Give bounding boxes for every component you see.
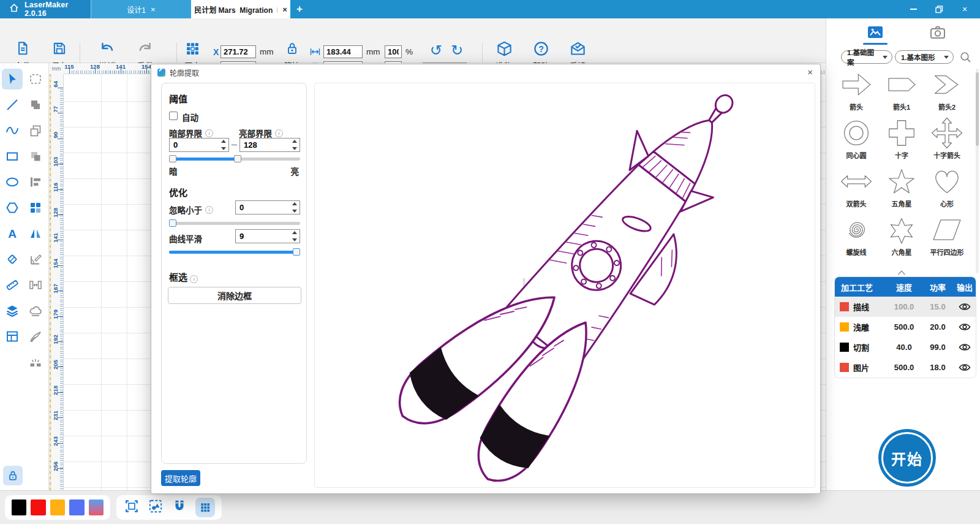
ellipse-tool[interactable] [2,172,23,192]
shape-item-concentric[interactable]: 同心圆 [834,116,879,164]
ignore-smaller-input[interactable] [236,201,300,214]
bright-limit-stepper[interactable] [239,138,300,152]
layer-color-swatch[interactable] [840,343,849,352]
layout-tool[interactable] [2,326,23,347]
break-apart-tool[interactable] [25,352,46,373]
rotate-cw-icon[interactable]: ↻ [451,43,463,58]
shapes-scrollbar[interactable] [976,69,979,273]
remove-border-button[interactable]: 消除边框 [168,287,301,304]
tab-close-icon[interactable]: × [282,6,287,13]
color-swatch-gradient[interactable] [89,499,104,515]
shape-item-arrow2[interactable]: 箭头2 [924,67,970,116]
align-tool[interactable] [25,172,46,192]
category-dropdown-shape[interactable]: 1.基本图形 [895,50,954,64]
tab-camera-capture[interactable] [929,25,946,42]
dialog-header[interactable]: 轮廓提取 × [151,64,820,80]
app-home[interactable]: LaserMaker 2.0.16 [0,0,91,18]
extract-contour-button[interactable]: 提取轮廓 [161,470,200,486]
text-tool[interactable]: A [2,223,23,244]
color-swatch-orange[interactable] [50,499,65,515]
curve-tool[interactable] [2,120,23,141]
color-swatch-black[interactable] [12,499,26,515]
shape-item-cross-arrows[interactable]: 十字箭头 [924,116,970,164]
layer-color-swatch[interactable] [840,322,849,332]
curve-smooth-slider[interactable] [169,251,300,254]
minimize-button[interactable] [903,0,924,18]
eraser-tool[interactable] [2,249,23,270]
process-row-1[interactable]: 浅雕 500.0 20.0 [835,317,976,337]
line-tool[interactable] [2,94,23,115]
dark-limit-stepper[interactable] [169,138,229,152]
frame-view-button[interactable] [124,498,140,517]
auto-checkbox[interactable] [169,112,178,120]
marquee-select-tool[interactable] [25,69,46,89]
curve-smooth-stepper[interactable] [235,229,300,243]
magnet-snap-button[interactable] [172,498,187,517]
polygon-tool[interactable] [2,197,23,218]
tab-image-library[interactable] [867,25,884,42]
slider-handle[interactable] [293,248,300,256]
subtract-tool[interactable] [25,146,46,167]
union-tool[interactable] [25,94,46,115]
layer-color-swatch[interactable] [840,302,849,311]
weld-tool[interactable] [25,300,46,321]
width-percent-input[interactable] [385,45,402,58]
process-row-3[interactable]: 图片 500.0 18.0 [835,357,976,378]
tab-design1[interactable]: 设计1 × [91,0,191,18]
color-swatch-red[interactable] [31,499,45,515]
spinner-arrows-icon[interactable] [291,231,298,241]
visibility-eye-icon[interactable] [954,322,976,332]
layer-color-swatch[interactable] [840,363,849,372]
measure-angle-tool[interactable] [25,249,46,270]
fit-selection-button[interactable] [148,498,164,517]
dialog-close-icon[interactable]: × [807,67,813,77]
grid-toggle-button[interactable] [195,498,215,517]
shape-item-spiral[interactable]: 螺旋线 [834,213,879,261]
width-input[interactable] [323,45,363,58]
start-button[interactable]: 开始 [878,429,936,487]
shape-item-arc[interactable] [834,261,879,275]
group-tool[interactable] [25,197,46,218]
shape-item-double-arrow[interactable]: 双箭头 [834,164,879,213]
shape-item-parallelogram[interactable]: 平行四边形 [924,213,970,261]
shape-item-star6[interactable]: 六角星 [879,213,924,261]
pen-tool[interactable] [25,326,46,347]
slider-handle-dark[interactable] [169,155,176,162]
process-row-0[interactable]: 描线 100.0 15.0 [835,297,976,317]
spinner-arrows-icon[interactable] [291,202,298,213]
ignore-smaller-slider[interactable] [169,222,300,225]
lock-canvas-button[interactable] [3,466,23,485]
tape-measure-tool[interactable] [2,275,23,295]
shape-item-arrow1[interactable]: 箭头1 [879,67,924,116]
slider-handle-bright[interactable] [234,155,241,162]
shape-item-cross[interactable]: 十字 [879,116,924,164]
shape-item-star5[interactable]: 五角星 [879,164,924,213]
visibility-eye-icon[interactable] [954,343,976,352]
tab-mars-project[interactable]: 民计划 Mars Migration Program × [191,0,290,18]
rotate-ccw-icon[interactable]: ↺ [430,43,442,58]
threshold-range-slider[interactable] [169,158,300,161]
slider-handle[interactable] [169,219,176,227]
shape-item-angle[interactable] [879,261,924,275]
color-swatch-blue[interactable] [69,499,84,515]
category-dropdown-pattern[interactable]: 1.基础图案 [841,50,892,64]
visibility-eye-icon[interactable] [954,363,976,372]
select-tool[interactable] [2,69,23,89]
distribute-tool[interactable] [25,275,46,295]
x-input[interactable] [221,45,256,58]
tab-close-icon[interactable]: × [151,6,156,13]
search-icon[interactable] [960,51,971,66]
shape-item-heart[interactable]: 心形 [924,164,970,213]
close-button[interactable]: × [954,0,975,18]
spinner-arrows-icon[interactable] [291,140,298,150]
curve-smooth-input[interactable] [236,230,300,243]
ignore-smaller-stepper[interactable] [235,200,300,215]
shape-item-arrow[interactable]: 箭头 [834,67,879,116]
new-tab-button[interactable]: + [290,0,309,18]
visibility-eye-icon[interactable] [954,302,976,311]
spinner-arrows-icon[interactable] [220,140,227,150]
layers-tool[interactable] [2,300,23,321]
rectangle-tool[interactable] [2,146,23,167]
mirror-tool[interactable] [25,223,46,244]
process-row-2[interactable]: 切割 40.0 99.0 [835,337,976,357]
